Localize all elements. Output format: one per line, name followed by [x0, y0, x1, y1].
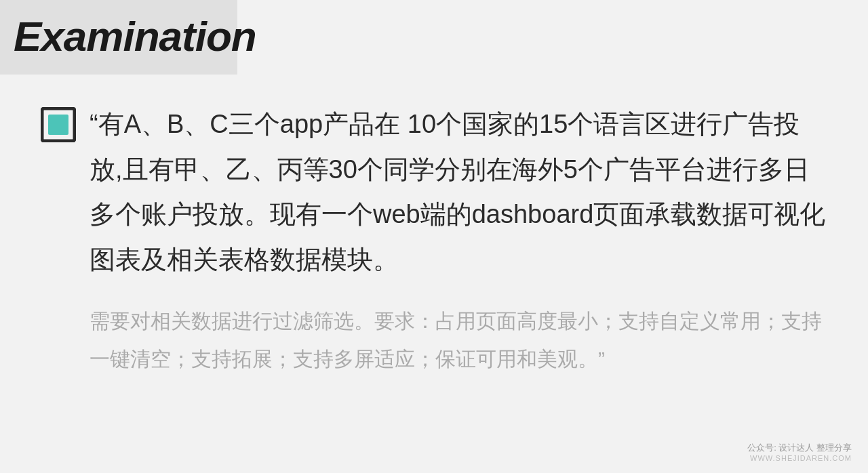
question-text: “有A、B、C三个app产品在 10个国家的15个语言区进行广告投放,且有甲、乙… [90, 102, 827, 282]
page-title: Examination [14, 14, 217, 60]
checkbox-icon [41, 107, 76, 142]
sub-question-text: 需要对相关数据进行过滤筛选。要求：占用页面高度最小；支持自定义常用；支持一键清空… [41, 302, 827, 377]
page-container: Examination “有A、B、C三个app产品在 10个国家的15个语言区… [0, 0, 868, 473]
footer-sub-text: WWW.SHEJIDAREN.COM [747, 454, 852, 462]
main-question-block: “有A、B、C三个app产品在 10个国家的15个语言区进行广告投放,且有甲、乙… [41, 102, 827, 282]
footer-main-text: 公众号: 设计达人 整理分享 [747, 442, 852, 454]
footer: 公众号: 设计达人 整理分享 WWW.SHEJIDAREN.COM [747, 442, 852, 462]
title-banner: Examination [0, 0, 237, 75]
content-area: “有A、B、C三个app产品在 10个国家的15个语言区进行广告投放,且有甲、乙… [0, 75, 868, 473]
svg-rect-1 [48, 115, 68, 135]
